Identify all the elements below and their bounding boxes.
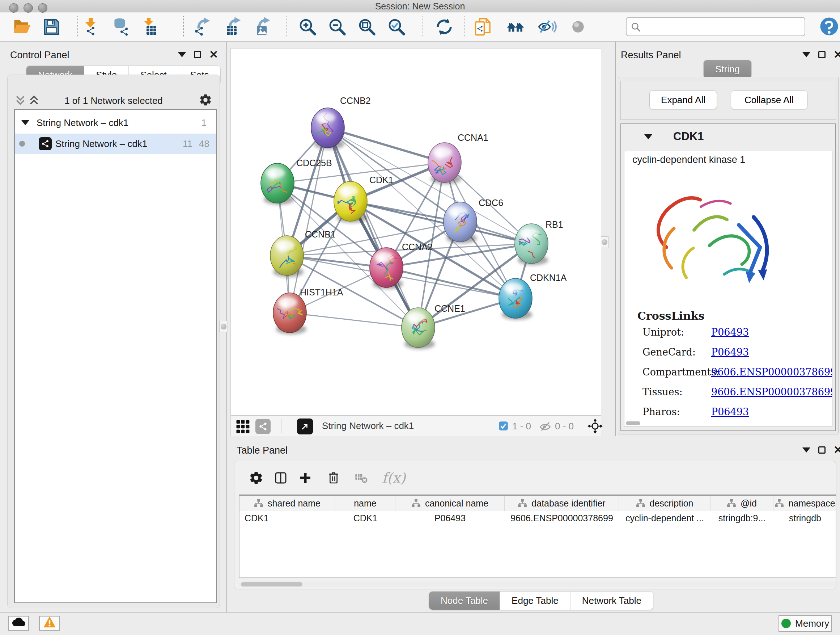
table-gear-icon[interactable] <box>248 469 265 486</box>
column-type-icon <box>727 499 736 508</box>
delete-table-icon[interactable] <box>352 469 370 486</box>
network-node-RB1[interactable]: RB1 <box>515 219 563 265</box>
zoom-selected-button[interactable] <box>385 16 408 40</box>
crosslink-row: Pharos:P06493 <box>624 406 832 424</box>
network-share-icon[interactable] <box>256 419 271 434</box>
export-network-button[interactable] <box>191 16 214 40</box>
crosslink-row: Compartments:9606.ENSP00000378699 <box>624 366 832 385</box>
table-panel-tabs: Node TableEdge TableNetwork Table <box>429 591 653 610</box>
panel-menu-icon[interactable] <box>802 448 810 453</box>
column-header--id[interactable]: @id <box>711 496 774 511</box>
panel-menu-icon[interactable] <box>178 52 186 57</box>
import-database-button[interactable] <box>109 16 133 40</box>
network-node-CCNB2[interactable]: CCNB2 <box>311 96 371 149</box>
crosslink-link[interactable]: P06493 <box>711 326 749 338</box>
entry-collapse-icon[interactable] <box>644 134 652 139</box>
tab-string[interactable]: String <box>704 60 752 78</box>
tab-network-table[interactable]: Network Table <box>570 592 653 610</box>
column-header-description[interactable]: description <box>619 496 711 511</box>
panel-close-icon[interactable]: ✕ <box>834 447 840 454</box>
crosslink-link[interactable]: 9606.ENSP00000378699 <box>711 366 832 378</box>
network-node-CCNB1[interactable]: CCNB1 <box>270 229 336 277</box>
network-node-CCNE1[interactable]: CCNE1 <box>401 303 465 349</box>
add-column-icon[interactable] <box>297 469 314 486</box>
column-header-canonical-name[interactable]: canonical name <box>395 496 505 511</box>
left-splitter-handle[interactable] <box>219 321 228 333</box>
search-input[interactable] <box>644 19 803 35</box>
network-node-CDC6[interactable]: CDC6 <box>444 198 503 243</box>
network-edge-count: 48 <box>199 138 210 149</box>
function-builder-icon[interactable]: f(x) <box>382 470 406 486</box>
help-button[interactable] <box>819 16 839 36</box>
right-splitter-handle[interactable] <box>600 236 608 248</box>
network-canvas[interactable]: CCNB2CCNA1CDC25BCDK1CDC6RB1CCNB1CCNA2CDK… <box>231 48 601 416</box>
open-session-button[interactable] <box>11 16 34 40</box>
panel-float-icon[interactable] <box>818 51 826 58</box>
panel-close-icon[interactable]: ✕ <box>209 51 218 58</box>
cloud-button[interactable] <box>8 616 29 631</box>
network-node-CDKN1A[interactable]: CDKN1A <box>499 272 567 320</box>
column-header-database-identifier[interactable]: database identifier <box>505 496 619 511</box>
apply-layout-button[interactable] <box>433 16 456 40</box>
scrollbar-thumb[interactable] <box>241 582 302 586</box>
column-header-shared-name[interactable]: shared name <box>240 496 335 511</box>
crosslink-label: Compartments: <box>643 366 719 378</box>
panel-float-icon[interactable] <box>818 447 826 454</box>
clone-network-button[interactable] <box>471 16 494 40</box>
hide-selected-button[interactable] <box>535 16 559 40</box>
network-collection-row[interactable]: String Network – cdk1 1 <box>15 112 216 133</box>
collapse-all-button[interactable]: Collapse All <box>731 90 807 109</box>
network-status-dot-icon <box>19 141 25 147</box>
crosshair-icon[interactable] <box>587 418 603 437</box>
tab-edge-table[interactable]: Edge Table <box>500 592 570 610</box>
search-box <box>626 17 805 36</box>
crosslink-link[interactable]: P06493 <box>711 347 749 358</box>
node-label-CCNB2: CCNB2 <box>340 96 371 106</box>
zoom-out-button[interactable] <box>325 16 349 40</box>
table-horizontal-scrollbar[interactable] <box>239 581 836 587</box>
gray-eye-icon <box>568 17 588 39</box>
export-image-button[interactable] <box>251 16 274 40</box>
zoom-fit-button[interactable] <box>355 16 378 40</box>
memory-button[interactable]: Memory <box>778 615 832 632</box>
table-row[interactable]: CDK1CDK1P064939606.ENSP00000378699cyclin… <box>240 511 836 525</box>
network-node-CDK1[interactable]: CDK1 <box>334 175 393 223</box>
show-columns-icon[interactable] <box>272 469 289 486</box>
network-node-HIST1H1A[interactable]: HIST1H1A <box>273 287 343 334</box>
warnings-button[interactable] <box>39 616 60 631</box>
detach-view-icon[interactable] <box>297 418 313 434</box>
panel-close-icon[interactable]: ✕ <box>834 51 840 58</box>
import-network-button[interactable] <box>80 16 103 40</box>
first-neighbors-button[interactable] <box>504 16 527 40</box>
collection-expand-icon[interactable] <box>21 120 29 125</box>
delete-column-icon[interactable] <box>325 469 342 486</box>
crosslink-link[interactable]: P06493 <box>711 406 749 417</box>
column-header-name[interactable]: name <box>335 496 395 511</box>
node-table[interactable]: shared namenamecanonical namedatabase id… <box>239 494 836 578</box>
panel-float-icon[interactable] <box>194 51 201 58</box>
export-table-button[interactable] <box>222 16 245 40</box>
expand-all-button[interactable]: Expand All <box>649 90 717 109</box>
network-options-gear-icon[interactable] <box>199 93 212 109</box>
node-label-CCNB1: CCNB1 <box>305 229 336 239</box>
houses-icon <box>506 17 526 39</box>
import-table-button[interactable] <box>138 16 161 40</box>
zoom-in-button[interactable] <box>296 16 319 40</box>
table-cell: P06493 <box>395 511 505 525</box>
show-all-button[interactable] <box>567 16 590 40</box>
grid-view-icon[interactable] <box>235 419 250 437</box>
crosslink-label: GeneCard: <box>643 347 696 358</box>
network-graph[interactable]: CCNB2CCNA1CDC25BCDK1CDC6RB1CCNB1CCNA2CDK… <box>231 49 601 415</box>
network-row[interactable]: String Network – cdk1 11 48 <box>15 134 216 154</box>
warning-icon <box>43 616 56 631</box>
column-header-namespace[interactable]: namespace <box>774 496 836 511</box>
tab-node-table[interactable]: Node Table <box>429 592 500 610</box>
open-folder-icon <box>13 17 32 39</box>
crosslink-link[interactable]: 9606.ENSP00000378699 <box>711 386 832 397</box>
save-session-button[interactable] <box>40 16 63 40</box>
results-scrollbar[interactable] <box>626 421 640 425</box>
network-node-CCNA1[interactable]: CCNA1 <box>428 133 488 184</box>
selected-checkbox-icon[interactable] <box>499 421 508 433</box>
panel-menu-icon[interactable] <box>802 52 810 57</box>
import-database-icon <box>111 17 131 39</box>
